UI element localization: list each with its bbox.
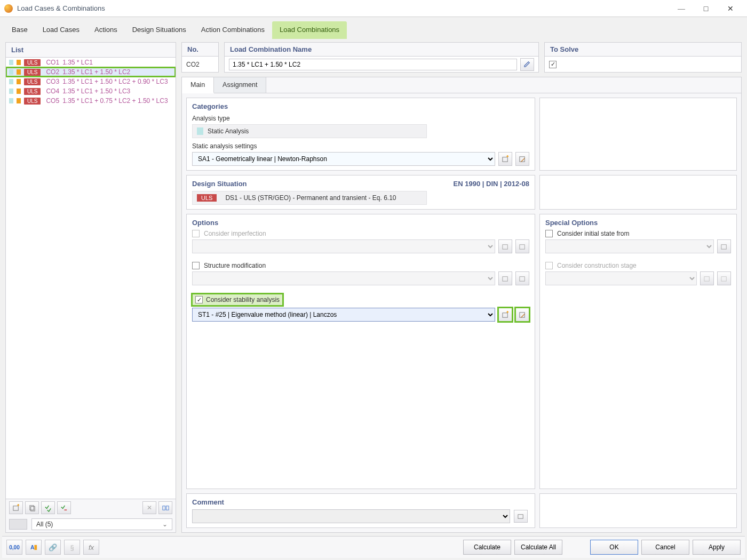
- construction-stage-checkbox: [545, 262, 553, 269]
- close-button[interactable]: ✕: [718, 0, 743, 17]
- consider-imperfection-checkbox: [192, 230, 200, 237]
- units-button[interactable]: 0,00: [6, 540, 22, 555]
- svg-rect-7: [502, 244, 507, 249]
- select-all-button[interactable]: [41, 501, 55, 514]
- layout-toggle-button[interactable]: [158, 501, 172, 514]
- combination-name-input[interactable]: [229, 59, 517, 70]
- chevron-down-icon: ⌄: [162, 521, 168, 528]
- design-situation-header: Design Situation: [192, 180, 247, 188]
- uls-badge: ULS: [24, 98, 41, 105]
- analysis-settings-select[interactable]: SA1 - Geometrically linear | Newton-Raph…: [192, 152, 495, 166]
- edit-settings-button[interactable]: [515, 152, 529, 166]
- uls-badge: ULS: [24, 78, 41, 85]
- svg-rect-10: [519, 276, 524, 281]
- new-settings-button[interactable]: [498, 152, 512, 166]
- svg-rect-8: [519, 244, 524, 249]
- edit-construction-stage-button: [717, 271, 731, 285]
- svg-rect-9: [502, 276, 507, 281]
- text-style-button[interactable]: A: [26, 540, 42, 555]
- filter-dropdown[interactable]: All (5) ⌄: [31, 518, 172, 530]
- list-toolbar: ✕: [6, 499, 176, 516]
- name-box: Load Combination Name: [224, 42, 539, 73]
- svg-rect-1: [29, 505, 34, 509]
- no-value: CO2: [186, 61, 200, 68]
- construction-stage-row: Consider construction stage: [545, 262, 731, 269]
- uls-badge: ULS: [24, 69, 41, 76]
- titlebar: Load Cases & Combinations — □ ✕: [0, 0, 747, 17]
- svg-rect-2: [30, 506, 35, 510]
- cancel-button[interactable]: Cancel: [641, 540, 689, 555]
- list-row-co4[interactable]: ULS CO4 1.35 * LC1 + 1.50 * LC3: [6, 86, 176, 96]
- list-row-co1[interactable]: ULS CO1 1.35 * LC1: [6, 58, 176, 67]
- subtab-main[interactable]: Main: [182, 77, 214, 93]
- new-imperfection-button[interactable]: [498, 239, 512, 253]
- analysis-type-label: Analysis type: [192, 115, 529, 122]
- calculate-all-button[interactable]: Calculate All: [514, 540, 562, 555]
- copy-item-button[interactable]: [25, 501, 39, 514]
- svg-rect-0: [13, 506, 18, 510]
- tab-action-combinations[interactable]: Action Combinations: [194, 21, 272, 39]
- tab-actions[interactable]: Actions: [87, 21, 125, 39]
- edit-imperfection-button[interactable]: [515, 239, 529, 253]
- script-button[interactable]: §: [64, 540, 80, 555]
- new-construction-stage-button: [700, 271, 714, 285]
- analysis-type-field: Static Analysis: [192, 124, 427, 138]
- svg-rect-16: [518, 514, 523, 518]
- svg-rect-14: [704, 276, 709, 281]
- list-header: List: [6, 43, 176, 57]
- tab-design-situations[interactable]: Design Situations: [125, 21, 194, 39]
- to-solve-checkbox[interactable]: ✓: [549, 61, 557, 68]
- link-button[interactable]: 🔗: [45, 540, 61, 555]
- consider-stability-checkbox[interactable]: ✓: [195, 296, 203, 303]
- structure-modification-checkbox[interactable]: [192, 262, 200, 269]
- list-row-co3[interactable]: ULS CO3 1.35 * LC1 + 1.50 * LC2 + 0.90 *…: [6, 77, 176, 86]
- special-options-header: Special Options: [545, 219, 731, 227]
- design-situation-field: ULS DS1 - ULS (STR/GEO) - Permanent and …: [192, 191, 427, 205]
- svg-rect-15: [721, 276, 726, 281]
- rename-button[interactable]: [520, 58, 534, 71]
- structure-mod-select: [192, 271, 495, 285]
- edit-stability-button[interactable]: [515, 308, 529, 322]
- app-icon: [4, 4, 13, 13]
- delete-item-button[interactable]: ✕: [142, 501, 156, 514]
- comment-edit-button[interactable]: [514, 510, 528, 523]
- calculate-button[interactable]: Calculate: [463, 540, 511, 555]
- svg-rect-13: [721, 244, 726, 249]
- consider-imperfection-row: Consider imperfection: [192, 230, 529, 237]
- function-button[interactable]: fx: [83, 540, 99, 555]
- svg-rect-5: [502, 157, 507, 161]
- svg-rect-3: [162, 506, 165, 510]
- categories-header: Categories: [192, 102, 529, 110]
- comment-select[interactable]: [192, 509, 510, 523]
- tab-base[interactable]: Base: [4, 21, 35, 39]
- edit-structure-mod-button[interactable]: [515, 271, 529, 285]
- subtab-assignment[interactable]: Assignment: [214, 77, 266, 93]
- tab-load-cases[interactable]: Load Cases: [35, 21, 87, 39]
- svg-rect-11: [502, 313, 507, 317]
- list-row-co2[interactable]: ULS CO2 1.35 * LC1 + 1.50 * LC2: [6, 67, 176, 77]
- list-row-co5[interactable]: ULS CO5 1.35 * LC1 + 0.75 * LC2 + 1.50 *…: [6, 96, 176, 106]
- options-header: Options: [192, 219, 529, 227]
- svg-rect-4: [166, 506, 169, 510]
- maximize-button[interactable]: □: [694, 0, 718, 17]
- tab-load-combinations[interactable]: Load Combinations: [272, 21, 347, 39]
- stability-settings-select[interactable]: ST1 - #25 | Eigenvalue method (linear) |…: [192, 308, 495, 322]
- new-item-button[interactable]: [9, 501, 23, 514]
- ok-button[interactable]: OK: [590, 540, 638, 555]
- main-tabstrip: Base Load Cases Actions Design Situation…: [2, 19, 745, 39]
- new-structure-mod-button[interactable]: [498, 271, 512, 285]
- filter-color-button[interactable]: [9, 519, 27, 530]
- uls-badge: ULS: [24, 88, 41, 95]
- footer: 0,00 A 🔗 § fx Calculate Calculate All OK…: [2, 536, 745, 558]
- deselect-all-button[interactable]: [57, 501, 71, 514]
- minimize-button[interactable]: —: [669, 0, 694, 17]
- construction-stage-select: [545, 271, 697, 285]
- new-stability-button[interactable]: [498, 308, 512, 322]
- analysis-settings-label: Static analysis settings: [192, 142, 529, 150]
- edit-initial-state-button[interactable]: [717, 239, 731, 253]
- apply-button[interactable]: Apply: [693, 540, 741, 555]
- structure-modification-row: Structure modification: [192, 262, 529, 269]
- initial-state-checkbox[interactable]: [545, 230, 553, 237]
- svg-text:A: A: [30, 545, 34, 550]
- initial-state-row: Consider initial state from: [545, 230, 731, 237]
